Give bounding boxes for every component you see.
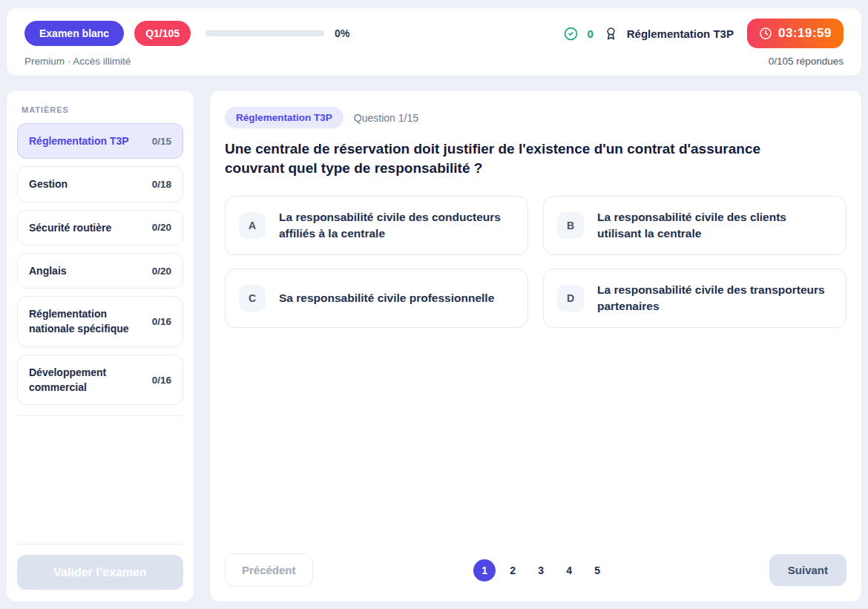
subject-item-label: Réglementation nationale spécifique: [29, 306, 145, 337]
award-medal-icon: [604, 27, 618, 41]
clock-icon: [759, 27, 772, 40]
page-pagination: 12345: [313, 559, 769, 582]
sidebar-divider-bottom: [17, 544, 183, 544]
subject-item-count: 0/20: [152, 222, 171, 233]
question-text: Une centrale de réservation doit justifi…: [225, 139, 811, 178]
answer-option-text: Sa responsabilité civile professionnelle: [279, 290, 494, 306]
subject-list: Réglementation T3P 0/15 Gestion 0/18 Séc…: [17, 123, 183, 405]
header-top-row: Examen blanc Q1/105 0% 0 Réglementation …: [24, 19, 844, 48]
subject-item-count: 0/15: [152, 136, 171, 147]
question-footer: Précédent 12345 Suivant: [225, 553, 846, 587]
subjects-sidebar: MATIÈRES Réglementation T3P 0/15 Gestion…: [6, 90, 194, 602]
sidebar-title: MATIÈRES: [22, 105, 179, 114]
check-circle-icon: [564, 27, 578, 41]
subject-item-label: Développement commercial: [29, 365, 145, 395]
sidebar-subject-item[interactable]: Anglais 0/20: [17, 253, 183, 289]
answer-option[interactable]: B La responsabilité civile des clients u…: [543, 196, 846, 255]
pagination-page-button[interactable]: 5: [586, 559, 608, 582]
validate-exam-button[interactable]: Valider l’examen: [17, 555, 183, 590]
answer-option[interactable]: C Sa responsabilité civile professionnel…: [225, 269, 528, 328]
sidebar-subject-item[interactable]: Développement commercial 0/16: [17, 355, 183, 406]
pagination-page-button[interactable]: 4: [558, 559, 580, 582]
subject-item-label: Gestion: [29, 177, 68, 191]
pagination-page-button[interactable]: 2: [502, 559, 524, 582]
answer-option-letter: A: [239, 212, 266, 239]
correct-count: 0: [587, 27, 593, 40]
sidebar-subject-item[interactable]: Réglementation nationale spécifique 0/16: [17, 296, 183, 347]
main-spacer: [225, 328, 846, 553]
subject-item-count: 0/16: [152, 316, 171, 327]
answer-option-letter: D: [557, 285, 584, 312]
sidebar-subject-item[interactable]: Réglementation T3P 0/15: [17, 123, 183, 159]
subject-item-count: 0/20: [152, 266, 171, 277]
previous-question-button[interactable]: Précédent: [225, 553, 313, 587]
question-counter: Question 1/15: [354, 112, 418, 124]
sidebar-subject-item[interactable]: Sécurité routière 0/20: [17, 210, 183, 246]
answer-option-text: La responsabilité civile des conducteurs…: [279, 209, 514, 242]
subject-item-label: Anglais: [29, 263, 67, 278]
plan-label: Premium · Accès illimité: [24, 56, 131, 67]
progress-percent-label: 0%: [335, 27, 349, 39]
exam-timer: 03:19:59: [747, 19, 844, 48]
header-bottom-row: Premium · Accès illimité 0/105 répondues: [24, 56, 844, 67]
exam-progress-bar: [206, 30, 324, 36]
subject-item-label: Sécurité routière: [29, 220, 111, 235]
question-progress-badge: Q1/105: [134, 21, 191, 46]
answered-count-label: 0/105 répondues: [769, 56, 844, 67]
header-right-group: 0 Réglementation T3P 03:19:59: [564, 19, 844, 48]
answer-option-letter: C: [239, 285, 266, 312]
next-question-button[interactable]: Suivant: [769, 554, 846, 586]
sidebar-spacer: [17, 416, 183, 533]
subject-item-count: 0/18: [152, 179, 171, 190]
answer-option[interactable]: D La responsabilité civile des transport…: [543, 269, 846, 328]
question-header: Réglementation T3P Question 1/15: [225, 107, 846, 128]
pagination-page-button[interactable]: 3: [530, 559, 552, 582]
answer-option[interactable]: A La responsabilité civile des conducteu…: [225, 196, 528, 255]
answer-option-text: La responsabilité civile des clients uti…: [597, 209, 832, 242]
answer-option-letter: B: [557, 212, 584, 239]
subject-item-count: 0/16: [152, 375, 171, 386]
pagination-page-button[interactable]: 1: [473, 559, 496, 582]
timer-value: 03:19:59: [778, 26, 832, 41]
question-panel: Réglementation T3P Question 1/15 Une cen…: [209, 90, 862, 602]
content-row: MATIÈRES Réglementation T3P 0/15 Gestion…: [6, 90, 862, 602]
exam-mode-badge: Examen blanc: [24, 21, 124, 46]
answer-options: A La responsabilité civile des conducteu…: [225, 196, 846, 328]
answer-option-text: La responsabilité civile des transporteu…: [597, 282, 832, 315]
subject-item-label: Réglementation T3P: [29, 134, 129, 148]
subject-chip: Réglementation T3P: [225, 107, 343, 128]
exam-header: Examen blanc Q1/105 0% 0 Réglementation …: [6, 7, 862, 76]
sidebar-subject-item[interactable]: Gestion 0/18: [17, 166, 183, 202]
current-subject-label: Réglementation T3P: [627, 27, 734, 40]
